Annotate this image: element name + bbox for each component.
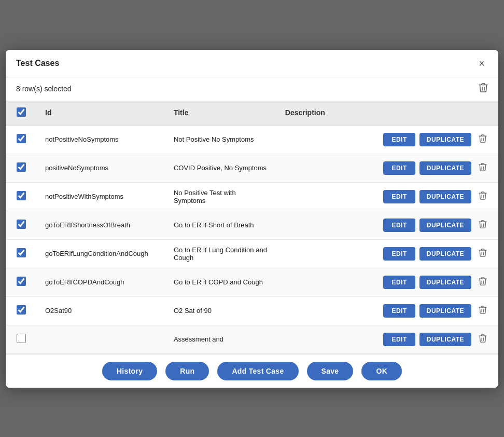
row-description	[277, 296, 366, 325]
save-button[interactable]: Save	[307, 362, 354, 380]
row-trash-icon	[479, 305, 487, 315]
duplicate-button[interactable]: DUPLICATE	[419, 333, 471, 346]
table-row: notPositiveNoSymptomsNot Positive No Sym…	[6, 125, 498, 154]
row-id: goToERIfLungConditionAndCough	[37, 239, 165, 268]
header-description: Description	[277, 101, 366, 125]
test-cases-modal: Test Cases × 8 row(s) selected Id Title …	[6, 50, 498, 388]
row-actions-cell: EDITDUPLICATE	[366, 325, 498, 353]
row-checkbox[interactable]	[17, 220, 26, 229]
row-title: No Positive Test with Symptoms	[165, 182, 277, 211]
modal-footer: History Run Add Test Case Save OK	[6, 354, 498, 388]
row-checkbox-cell	[6, 239, 37, 268]
edit-button[interactable]: EDIT	[383, 276, 415, 289]
row-id: notPositiveNoSymptoms	[37, 125, 165, 154]
row-checkbox-cell	[6, 125, 37, 154]
row-actions-cell: EDITDUPLICATE	[366, 211, 498, 239]
duplicate-button[interactable]: DUPLICATE	[419, 161, 471, 175]
edit-button[interactable]: EDIT	[383, 190, 415, 203]
row-description	[277, 325, 366, 353]
edit-button[interactable]: EDIT	[383, 133, 415, 146]
row-title: Not Positive No Symptoms	[165, 125, 277, 154]
selection-count: 8 row(s) selected	[16, 85, 72, 93]
row-trash-icon	[479, 191, 487, 200]
row-id: O2Sat90	[37, 296, 165, 325]
row-checkbox[interactable]	[17, 305, 26, 315]
edit-button[interactable]: EDIT	[383, 161, 415, 175]
row-checkbox[interactable]	[17, 134, 26, 143]
row-title: Assessment and	[165, 325, 277, 353]
edit-button[interactable]: EDIT	[383, 304, 415, 318]
header-actions	[366, 101, 498, 125]
table-container: Id Title Description notPositiveNoSympto…	[6, 101, 498, 354]
row-delete-button[interactable]	[475, 332, 490, 347]
row-description	[277, 211, 366, 239]
row-checkbox-cell	[6, 182, 37, 211]
row-id: goToERIfShortnessOfBreath	[37, 211, 165, 239]
select-all-checkbox[interactable]	[17, 107, 26, 117]
row-checkbox-cell	[6, 154, 37, 182]
row-title: O2 Sat of 90	[165, 296, 277, 325]
edit-button[interactable]: EDIT	[383, 247, 415, 261]
run-button[interactable]: Run	[165, 362, 209, 380]
row-checkbox-cell	[6, 296, 37, 325]
duplicate-button[interactable]: DUPLICATE	[419, 304, 471, 318]
ok-button[interactable]: OK	[361, 362, 402, 380]
row-delete-button[interactable]	[475, 246, 490, 262]
row-id: positiveNoSymptoms	[37, 154, 165, 182]
row-title: Go to ER if Short of Breath	[165, 211, 277, 239]
row-delete-button[interactable]	[475, 160, 490, 176]
row-trash-icon	[479, 334, 487, 343]
row-trash-icon	[479, 162, 487, 172]
duplicate-button[interactable]: DUPLICATE	[419, 247, 471, 261]
edit-button[interactable]: EDIT	[383, 333, 415, 346]
row-description	[277, 268, 366, 296]
row-delete-button[interactable]	[475, 217, 490, 233]
table-row: goToERIfLungConditionAndCoughGo to ER if…	[6, 239, 498, 268]
selection-bar: 8 row(s) selected	[6, 77, 498, 101]
modal-title: Test Cases	[16, 59, 59, 68]
row-actions-cell: EDITDUPLICATE	[366, 296, 498, 325]
row-checkbox-cell	[6, 325, 37, 353]
modal-header: Test Cases ×	[6, 50, 498, 77]
table-row: goToERIfShortnessOfBreathGo to ER if Sho…	[6, 211, 498, 239]
row-description	[277, 182, 366, 211]
table-row: goToERIfCOPDAndCoughGo to ER if COPD and…	[6, 268, 498, 296]
row-checkbox-cell	[6, 211, 37, 239]
trash-icon	[479, 83, 488, 93]
row-description	[277, 239, 366, 268]
row-checkbox[interactable]	[17, 248, 26, 257]
row-trash-icon	[479, 220, 487, 229]
table-row: positiveNoSymptomsCOVID Positive, No Sym…	[6, 154, 498, 182]
row-delete-button[interactable]	[475, 132, 490, 147]
duplicate-button[interactable]: DUPLICATE	[419, 190, 471, 203]
test-cases-table: Id Title Description notPositiveNoSympto…	[6, 101, 498, 354]
row-id: goToERIfCOPDAndCough	[37, 268, 165, 296]
history-button[interactable]: History	[102, 362, 157, 380]
table-row: notPositiveWithSymptomsNo Positive Test …	[6, 182, 498, 211]
row-checkbox[interactable]	[17, 277, 26, 286]
row-description	[277, 125, 366, 154]
row-checkbox-cell	[6, 268, 37, 296]
row-delete-button[interactable]	[475, 275, 490, 290]
row-delete-button[interactable]	[475, 189, 490, 204]
add-test-case-button[interactable]: Add Test Case	[217, 362, 298, 380]
duplicate-button[interactable]: DUPLICATE	[419, 133, 471, 146]
header-checkbox-cell	[6, 101, 37, 125]
duplicate-button[interactable]: DUPLICATE	[419, 218, 471, 232]
table-row: O2Sat90O2 Sat of 90EDITDUPLICATE	[6, 296, 498, 325]
row-trash-icon	[479, 248, 487, 257]
row-checkbox[interactable]	[17, 162, 26, 172]
row-title: COVID Positive, No Symptoms	[165, 154, 277, 182]
delete-selected-button[interactable]	[479, 83, 488, 95]
row-actions-cell: EDITDUPLICATE	[366, 125, 498, 154]
row-checkbox[interactable]	[17, 191, 26, 200]
row-title: Go to ER if Lung Condition and Cough	[165, 239, 277, 268]
duplicate-button[interactable]: DUPLICATE	[419, 276, 471, 289]
row-actions-cell: EDITDUPLICATE	[366, 268, 498, 296]
edit-button[interactable]: EDIT	[383, 218, 415, 232]
row-actions-cell: EDITDUPLICATE	[366, 239, 498, 268]
row-checkbox[interactable]	[17, 334, 26, 343]
close-button[interactable]: ×	[475, 57, 488, 70]
row-trash-icon	[479, 277, 487, 286]
row-delete-button[interactable]	[475, 303, 490, 319]
